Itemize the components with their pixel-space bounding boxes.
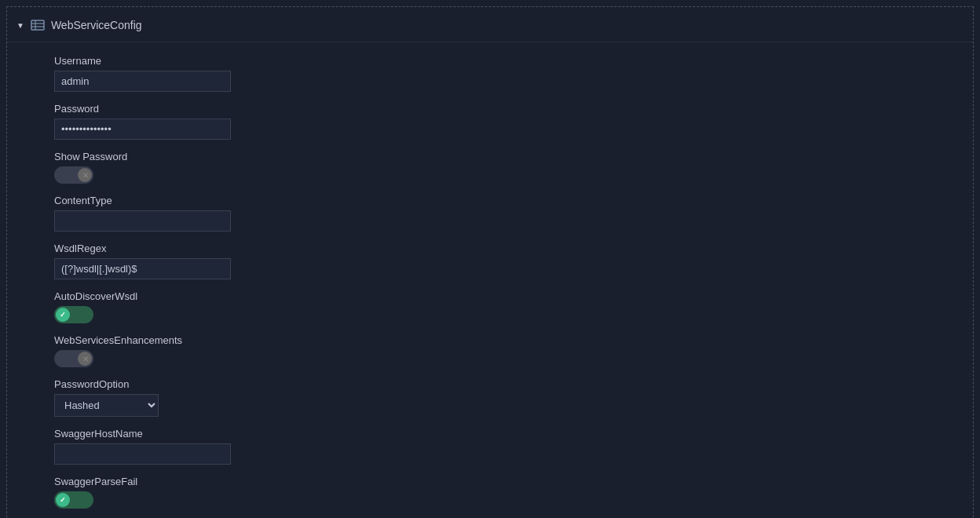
swagger-parse-fail-toggle[interactable]: ✓ (54, 491, 93, 509)
password-label: Password (54, 103, 957, 115)
password-group: Password (54, 103, 957, 140)
content-type-input[interactable] (54, 210, 231, 232)
swagger-parse-fail-group: SwaggerParseFail ✓ (54, 476, 957, 509)
swagger-hostname-group: SwaggerHostName (54, 428, 957, 465)
swagger-parse-fail-label: SwaggerParseFail (54, 476, 957, 487)
password-option-select[interactable]: Hashed Plain None (54, 394, 159, 417)
password-option-group: PasswordOption Hashed Plain None (54, 378, 957, 417)
swagger-parse-fail-knob: ✓ (56, 493, 70, 507)
collapse-arrow-icon[interactable]: ▼ (16, 21, 24, 30)
password-input[interactable] (54, 119, 231, 140)
content-type-group: ContentType (54, 195, 957, 232)
auto-discover-wsdl-toggle[interactable]: ✓ (54, 306, 93, 323)
web-services-enhancements-x-icon: ✕ (82, 355, 89, 363)
form-body: Username Password Show Password ✕ Conten… (7, 49, 973, 518)
web-services-enhancements-label: WebServicesEnhancements (54, 334, 957, 346)
section-header: ▼ WebServiceConfig (7, 15, 973, 42)
show-password-label: Show Password (54, 151, 957, 162)
webservice-icon (31, 18, 45, 32)
auto-discover-wsdl-knob: ✓ (56, 308, 70, 322)
swagger-hostname-label: SwaggerHostName (54, 428, 957, 440)
username-label: Username (54, 55, 957, 67)
wsdl-regex-label: WsdlRegex (54, 243, 957, 254)
show-password-x-icon: ✕ (82, 171, 89, 180)
username-group: Username (54, 55, 957, 92)
content-type-label: ContentType (54, 195, 957, 206)
svg-rect-0 (31, 20, 44, 30)
section-title: WebServiceConfig (51, 19, 142, 31)
swagger-hostname-input[interactable] (54, 443, 231, 465)
web-services-enhancements-group: WebServicesEnhancements ✕ (54, 334, 957, 367)
web-services-enhancements-toggle[interactable]: ✕ (54, 350, 93, 367)
show-password-group: Show Password ✕ (54, 151, 957, 184)
password-option-label: PasswordOption (54, 378, 957, 390)
wsdl-regex-input[interactable] (54, 258, 231, 279)
show-password-toggle[interactable]: ✕ (54, 166, 93, 184)
wsdl-regex-group: WsdlRegex (54, 243, 957, 279)
main-container: ▼ WebServiceConfig Username Password Sho… (6, 6, 974, 518)
auto-discover-wsdl-label: AutoDiscoverWsdl (54, 290, 957, 302)
username-input[interactable] (54, 71, 231, 92)
auto-discover-wsdl-group: AutoDiscoverWsdl ✓ (54, 290, 957, 323)
